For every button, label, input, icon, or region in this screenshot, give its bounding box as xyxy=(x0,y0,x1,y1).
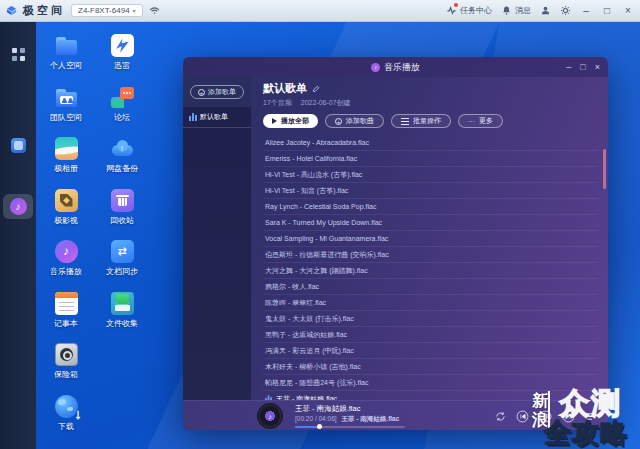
song-row[interactable]: 陈蓉晖 - 翠翠红.flac xyxy=(263,295,598,311)
play-icon xyxy=(272,118,277,124)
dock-music-button[interactable]: ♪ xyxy=(3,194,33,219)
user-icon[interactable] xyxy=(540,5,551,16)
desktop-icon-team-space[interactable]: 团队空间 xyxy=(38,86,94,138)
device-selector[interactable]: Z4-F8XT-6494▾ xyxy=(71,4,143,17)
app-minimize-button[interactable]: – xyxy=(580,5,592,17)
song-row[interactable]: Emeriss - Hotel California.flac xyxy=(263,151,598,167)
song-row[interactable]: 大河之舞 - 大河之舞 (踢踏舞).flac xyxy=(263,263,598,279)
list-icon xyxy=(401,118,409,125)
song-row[interactable]: Vocal Sampling - Mi Guantanamera.flac xyxy=(263,231,598,247)
icon-label: 极影视 xyxy=(54,215,78,226)
song-row[interactable]: 帕格尼尼 - 随想曲24号 (弦乐).flac xyxy=(263,375,598,391)
song-title: Emeriss - Hotel California.flac xyxy=(265,155,357,162)
desktop-icon-video[interactable]: 极影视 xyxy=(38,189,94,241)
next-track-button[interactable] xyxy=(562,410,575,423)
desktop-icon-safe[interactable]: 保险箱 xyxy=(38,343,94,395)
progress-knob[interactable] xyxy=(317,424,322,429)
song-row[interactable]: 木村好夫 - 柳桥小镇 (吉他).flac xyxy=(263,359,598,375)
edit-icon[interactable] xyxy=(312,84,321,93)
playlist-title: 默认歌单 xyxy=(263,81,307,96)
desktop-icon-forum[interactable]: 论坛 xyxy=(94,86,150,138)
desktop-icon-xunlei[interactable]: 迅雷 xyxy=(94,34,150,86)
zspace-logo-icon xyxy=(6,5,17,16)
desktop-icon-photos[interactable]: 极相册 xyxy=(38,137,94,189)
scrollbar-thumb[interactable] xyxy=(603,149,606,189)
music-note-icon: ♪ xyxy=(10,198,27,215)
playlist-panel: 默认歌单 xyxy=(183,107,251,430)
dock-apps-button[interactable] xyxy=(0,48,36,61)
taskbar: 极空间 Z4-F8XT-6494▾ 任务中心 消息 – □ × xyxy=(0,0,640,22)
previous-track-button[interactable] xyxy=(516,410,529,423)
icon-label: 音乐播放 xyxy=(50,266,82,277)
video-app-icon xyxy=(55,189,78,212)
desktop-icon-grid: 个人空间 迅雷 团队空间 论坛 极相册 ↑ 网盘备份 极影视 回收站 xyxy=(38,34,150,446)
sync-arrows-icon: ⇄ xyxy=(111,240,134,263)
icon-label: 保险箱 xyxy=(54,369,78,380)
window-title: 音乐播放 xyxy=(384,61,420,74)
dock-chat-button[interactable] xyxy=(0,138,36,153)
window-maximize-button[interactable]: □ xyxy=(580,62,585,72)
window-close-button[interactable]: × xyxy=(595,62,600,72)
apps-grid-icon xyxy=(12,48,25,61)
song-row[interactable]: 腾格尔 - 牧人.flac xyxy=(263,279,598,295)
chat-bubbles-icon xyxy=(111,86,134,109)
song-title: 帕格尼尼 - 随想曲24号 (弦乐).flac xyxy=(265,378,368,388)
progress-bar[interactable] xyxy=(295,426,405,428)
now-playing-title: 王菲 - 南海姑娘.flac xyxy=(295,404,405,414)
add-songs-button[interactable]: + 添加歌曲 xyxy=(325,114,384,128)
window-minimize-button[interactable]: – xyxy=(566,62,571,72)
app-close-button[interactable]: × xyxy=(622,5,634,17)
icon-label: 个人空间 xyxy=(50,60,82,71)
song-title: 冯满天 - 彩云追月 (中阮).flac xyxy=(265,346,354,356)
desktop-icon-cloud-backup[interactable]: ↑ 网盘备份 xyxy=(94,137,150,189)
desktop-icon-personal-space[interactable]: 个人空间 xyxy=(38,34,94,86)
music-note-icon: ♪ xyxy=(55,240,78,263)
desktop-icon-download[interactable]: ↓ 下载 xyxy=(38,395,94,447)
desktop-icon-file-collect[interactable]: 文件收集 xyxy=(94,292,150,344)
song-row[interactable]: Hi-Vi Test - 知音 (古筝).flac xyxy=(263,183,598,199)
icon-label: 论坛 xyxy=(114,112,130,123)
cloud-upload-icon: ↑ xyxy=(111,137,134,160)
song-row[interactable]: 鬼太鼓 - 大太鼓 (打击乐).flac xyxy=(263,311,598,327)
song-row[interactable]: Ray Lynch - Celestial Soda Pop.flac xyxy=(263,199,598,215)
add-playlist-button[interactable]: + 添加歌单 xyxy=(190,85,244,99)
task-center-button[interactable]: 任务中心 xyxy=(446,5,492,16)
messages-button[interactable]: 消息 xyxy=(501,5,531,16)
song-title: 黑鸭子 - 达坂城的姑娘.flac xyxy=(265,330,347,340)
play-all-button[interactable]: 播放全部 xyxy=(263,114,318,128)
loop-icon[interactable] xyxy=(495,411,506,422)
icon-label: 回收站 xyxy=(110,215,134,226)
song-title: 鬼太鼓 - 大太鼓 (打击乐).flac xyxy=(265,314,354,324)
desktop-icon-doc-sync[interactable]: ⇄ 文档同步 xyxy=(94,240,150,292)
player-bar: ♪ 王菲 - 南海姑娘.flac [00:20 / 04:06] 王菲 - 南海… xyxy=(183,400,608,430)
desktop-icon-recycle-bin[interactable]: 回收站 xyxy=(94,189,150,241)
song-row[interactable]: Sara K - Turned My Upside Down.flac xyxy=(263,215,598,231)
trash-icon xyxy=(111,189,134,212)
app-maximize-button[interactable]: □ xyxy=(601,5,613,17)
song-row[interactable]: 冯满天 - 彩云追月 (中阮).flac xyxy=(263,343,598,359)
more-button[interactable]: ··· 更多 xyxy=(458,114,503,128)
song-title: 腾格尔 - 牧人.flac xyxy=(265,282,319,292)
pause-button[interactable] xyxy=(539,410,552,423)
queue-icon[interactable] xyxy=(585,411,596,422)
window-titlebar[interactable]: ♪ 音乐播放 – □ × xyxy=(183,57,608,77)
music-note-icon: ♪ xyxy=(371,63,380,72)
desktop-icon-notepad[interactable]: 记事本 xyxy=(38,292,94,344)
batch-actions-button[interactable]: 批量操作 xyxy=(391,114,451,128)
playlist-item-default[interactable]: 默认歌单 xyxy=(183,107,251,128)
song-row[interactable]: Hi-Vi Test - 高山流水 (古筝).flac xyxy=(263,167,598,183)
icon-label: 网盘备份 xyxy=(106,163,138,174)
song-title: 伯恩斯坦 - 拉德斯基进行曲 (交响乐).flac xyxy=(265,250,389,260)
track-count: 17个音频 xyxy=(263,98,292,108)
notification-dot xyxy=(454,3,458,7)
gear-icon[interactable] xyxy=(560,5,571,16)
song-title: Hi-Vi Test - 高山流水 (古筝).flac xyxy=(265,170,362,180)
song-row[interactable]: 伯恩斯坦 - 拉德斯基进行曲 (交响乐).flac xyxy=(263,247,598,263)
song-row[interactable]: Alizee Jacotey - Abracadabra.flac xyxy=(263,135,598,151)
song-row[interactable]: 黑鸭子 - 达坂城的姑娘.flac xyxy=(263,327,598,343)
desktop-icon-music-player[interactable]: ♪ 音乐播放 xyxy=(38,240,94,292)
playlist-main: 默认歌单 17个音频 2022-06-07创建 播放全部 + 添加歌曲 xyxy=(251,77,608,430)
progress-fill xyxy=(295,426,319,428)
window-body: + 添加歌单 默认歌单 默认歌单 17个音频 2022-06-07创 xyxy=(183,77,608,430)
playlist-bars-icon xyxy=(189,113,197,121)
